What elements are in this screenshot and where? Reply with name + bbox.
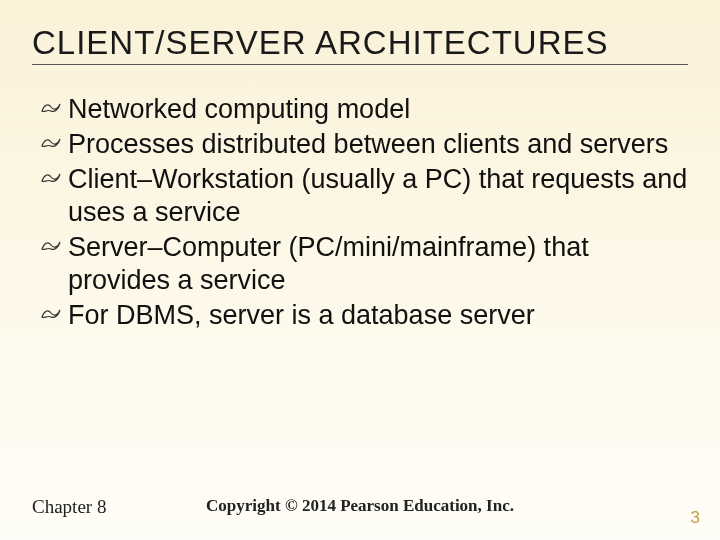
- bullet-list: Networked computing model Processes dist…: [32, 93, 688, 332]
- chapter-label: Chapter 8: [32, 496, 106, 518]
- page-number: 3: [691, 508, 700, 528]
- copyright-text: Copyright © 2014 Pearson Education, Inc.: [206, 496, 514, 516]
- list-item: Client–Workstation (usually a PC) that r…: [40, 163, 688, 229]
- bullet-text: Networked computing model: [68, 94, 410, 124]
- scribble-bullet-icon: [40, 237, 62, 255]
- footer: Chapter 8 Copyright © 2014 Pearson Educa…: [0, 496, 720, 518]
- slide-title: CLIENT/SERVER ARCHITECTURES: [32, 24, 688, 65]
- scribble-bullet-icon: [40, 134, 62, 152]
- bullet-text: Client–Workstation (usually a PC) that r…: [68, 164, 687, 227]
- scribble-bullet-icon: [40, 99, 62, 117]
- list-item: Processes distributed between clients an…: [40, 128, 688, 161]
- bullet-text: Processes distributed between clients an…: [68, 129, 668, 159]
- scribble-bullet-icon: [40, 305, 62, 323]
- slide: CLIENT/SERVER ARCHITECTURES Networked co…: [0, 0, 720, 540]
- bullet-text: Server–Computer (PC/mini/mainframe) that…: [68, 232, 589, 295]
- list-item: Networked computing model: [40, 93, 688, 126]
- list-item: Server–Computer (PC/mini/mainframe) that…: [40, 231, 688, 297]
- list-item: For DBMS, server is a database server: [40, 299, 688, 332]
- bullet-text: For DBMS, server is a database server: [68, 300, 535, 330]
- scribble-bullet-icon: [40, 169, 62, 187]
